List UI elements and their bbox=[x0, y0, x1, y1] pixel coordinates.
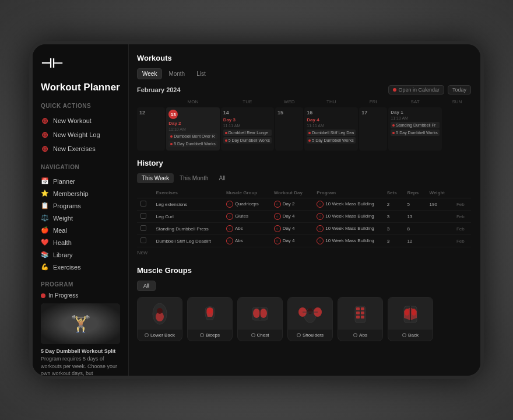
history-tab-month[interactable]: This Month bbox=[175, 173, 213, 183]
muscle-img-chest bbox=[238, 298, 282, 330]
cal-workout-item-6: 5 Day Dumbbell Works bbox=[307, 137, 356, 144]
sets-cell: 2 bbox=[384, 198, 404, 211]
muscle-name-lower-back: Lower Back bbox=[138, 330, 182, 341]
muscle-card-back[interactable]: Back bbox=[388, 297, 433, 341]
open-calendar-button[interactable]: Open in Calendar bbox=[388, 85, 444, 94]
cal-day-12[interactable]: 12 bbox=[137, 107, 165, 150]
svg-point-22 bbox=[412, 309, 416, 316]
cal-day-14[interactable]: 14 Day 3 11:11 AM Dumbbell Rear Lunge 5 … bbox=[221, 107, 274, 150]
tab-week[interactable]: Week bbox=[137, 68, 162, 79]
cal-day-1[interactable]: Day 1 11:10 AM Standing Dumbbell Pr 5 Da… bbox=[388, 107, 441, 150]
sidebar-nav-exercises[interactable]: 💪 Exercises bbox=[41, 261, 120, 273]
history-row-1: Leg extensions ○Quadriceps ○Day 2 ○10 We… bbox=[137, 198, 471, 211]
svg-point-3 bbox=[207, 308, 213, 314]
cal-day-num-12: 12 bbox=[139, 110, 163, 116]
cal-day-17[interactable]: 17 bbox=[359, 107, 387, 150]
sidebar-item-new-weight-log[interactable]: ⊕ New Weight Log bbox=[41, 128, 120, 142]
muscle-name-text-shoulders: Shoulders bbox=[303, 332, 324, 338]
sidebar-nav-health[interactable]: ❤️ Health bbox=[41, 236, 120, 249]
cal-header-wed: Wed bbox=[275, 99, 303, 106]
navigation-label: Navigation bbox=[41, 164, 120, 170]
weight-cell-3 bbox=[426, 223, 453, 235]
sidebar-nav-programs[interactable]: 📋 Programs bbox=[41, 200, 120, 212]
today-button[interactable]: Today bbox=[448, 85, 471, 94]
row-checkbox-2[interactable] bbox=[140, 213, 146, 219]
health-label: Health bbox=[53, 239, 72, 246]
cal-workout-item-2: 5 Day Dumbbell Works bbox=[168, 141, 217, 147]
tab-list[interactable]: List bbox=[191, 68, 211, 79]
row-checkbox[interactable] bbox=[140, 201, 146, 206]
svg-point-2 bbox=[157, 308, 163, 314]
sets-cell-3: 3 bbox=[384, 223, 404, 235]
program-cell-4: ○10 Week Mass Building bbox=[313, 235, 383, 247]
muscle-img-shoulders bbox=[288, 298, 332, 330]
add-icon-3: ⊕ bbox=[41, 144, 49, 153]
row-checkbox-3[interactable] bbox=[140, 225, 146, 231]
cal-header-sun: Sun bbox=[443, 99, 471, 106]
col-program: Program bbox=[313, 188, 383, 198]
checkbox-cell-3[interactable] bbox=[137, 223, 152, 235]
checkbox-cell-2[interactable] bbox=[137, 211, 152, 223]
program-circle-icon-3: ○ bbox=[317, 225, 324, 232]
muscle-name-text-back: Back bbox=[408, 332, 419, 338]
sidebar-nav-weight[interactable]: ⚖️ Weight bbox=[41, 212, 120, 224]
svg-rect-14 bbox=[356, 307, 360, 310]
muscle-cell-4: ○Abs bbox=[223, 235, 270, 247]
cal-day-16[interactable]: 16 Day 4 11:11 AM Dumbbell Stiff Leg Dea… bbox=[304, 107, 358, 150]
muscle-card-shoulders[interactable]: Shoulders bbox=[287, 297, 333, 341]
muscle-name-circle-6 bbox=[402, 333, 406, 337]
meal-label: Meal bbox=[53, 227, 67, 234]
cal-day-13[interactable]: 13 Day 2 11:10 AM Dumbbell Bent Over R 5… bbox=[166, 107, 219, 150]
sidebar-nav-meal[interactable]: 🍎 Meal bbox=[41, 224, 120, 236]
sidebar-nav-membership[interactable]: ⭐ Membership bbox=[41, 187, 120, 200]
workout-dot-5 bbox=[308, 132, 311, 134]
muscle-card-biceps[interactable]: Biceps bbox=[187, 297, 233, 341]
muscle-name-circle-3 bbox=[251, 333, 255, 337]
muscle-cell-3: ○Abs bbox=[223, 223, 270, 235]
muscle-card-lower-back[interactable]: Lower Back bbox=[137, 297, 182, 341]
history-section: History This Week This Month All Exercis… bbox=[137, 159, 471, 258]
sidebar-item-new-workout[interactable]: ⊕ New Workout bbox=[41, 114, 120, 128]
cal-day-label-13: Day 2 bbox=[168, 121, 217, 126]
muscle-filter-all[interactable]: All bbox=[137, 281, 156, 291]
cal-header-empty bbox=[137, 99, 165, 106]
cal-day-15[interactable]: 15 bbox=[275, 107, 303, 150]
calendar-grid: Mon Tue Wed Thu Fri Sat Sun 12 13 Day bbox=[137, 99, 471, 150]
day-circle-icon-4: ○ bbox=[274, 237, 281, 244]
history-tab-week[interactable]: This Week bbox=[137, 173, 174, 183]
row-checkbox-4[interactable] bbox=[140, 237, 146, 243]
checkbox-cell-4[interactable] bbox=[137, 235, 152, 247]
date-cell-3: Feb bbox=[453, 223, 471, 235]
sidebar: ⊣⊢ Workout Planner Quick Actions ⊕ New W… bbox=[33, 44, 129, 376]
reps-cell-2: 13 bbox=[404, 211, 426, 223]
history-tab-all[interactable]: All bbox=[215, 173, 230, 183]
new-weight-log-label: New Weight Log bbox=[53, 131, 100, 138]
workouts-section: Workouts Week Month List February 2024 O… bbox=[137, 54, 471, 150]
biceps-svg bbox=[195, 299, 224, 328]
exercises-label: Exercises bbox=[53, 264, 81, 271]
sidebar-nav-planner[interactable]: 📅 Planner bbox=[41, 175, 120, 187]
program-circle-icon: ○ bbox=[317, 201, 324, 208]
chest-svg bbox=[245, 299, 275, 328]
muscle-card-abs[interactable]: Abs bbox=[338, 297, 383, 341]
app-container: ⊣⊢ Workout Planner Quick Actions ⊕ New W… bbox=[33, 44, 480, 376]
logo: ⊣⊢ bbox=[41, 56, 120, 71]
sidebar-item-new-exercises[interactable]: ⊕ New Exercises bbox=[41, 142, 120, 156]
day-circle-icon: ○ bbox=[274, 201, 281, 208]
tab-month[interactable]: Month bbox=[163, 68, 190, 79]
svg-point-5 bbox=[253, 309, 260, 318]
muscle-card-chest[interactable]: Chest bbox=[237, 297, 283, 341]
day-cell-2: ○Day 4 bbox=[270, 211, 314, 223]
shoulders-svg bbox=[296, 299, 325, 328]
history-new-button[interactable]: New bbox=[137, 247, 471, 258]
muscle-img-lower-back bbox=[138, 298, 182, 330]
sidebar-nav-library[interactable]: 📚 Library bbox=[41, 249, 120, 261]
checkbox-cell[interactable] bbox=[137, 198, 152, 211]
weight-cell: 190 bbox=[426, 198, 453, 211]
program-thumbnail[interactable]: 🏋️ bbox=[41, 303, 120, 344]
date-cell: Feb bbox=[453, 198, 471, 211]
muscle-name-text-abs: Abs bbox=[359, 332, 367, 338]
calendar-actions: Open in Calendar Today bbox=[388, 85, 471, 94]
svg-point-6 bbox=[260, 309, 267, 318]
muscle-img-back bbox=[388, 298, 433, 330]
